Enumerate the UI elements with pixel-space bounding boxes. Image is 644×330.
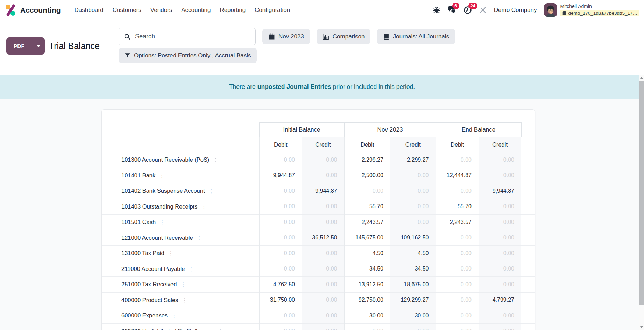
period-credit-value: 2,299.27 bbox=[390, 152, 436, 168]
period-debit-value: 30.00 bbox=[344, 308, 390, 324]
filter-funnel-icon bbox=[125, 52, 130, 58]
row-padding-cell bbox=[521, 261, 535, 277]
database-badge: demo_170_1d3a77be3dd5_17… bbox=[560, 10, 639, 16]
unposted-entries-link[interactable]: unposted Journal Entries bbox=[257, 83, 331, 91]
menu-accounting[interactable]: Accounting bbox=[177, 3, 215, 17]
period-debit-value: 2,243.57 bbox=[344, 215, 390, 230]
messages-chat-icon[interactable]: 6 bbox=[447, 6, 457, 14]
breadcrumb: PDF Trial Balance bbox=[6, 37, 100, 55]
kebab-menu-icon[interactable]: ⋮ bbox=[159, 173, 164, 178]
period-credit-value: 34.50 bbox=[390, 261, 436, 277]
options-filter-button[interactable]: Options: Posted Entries Only , Accrual B… bbox=[119, 48, 257, 63]
accounting-app-icon bbox=[5, 4, 17, 16]
account-name: 101300 Account Receivable (PoS) bbox=[121, 156, 209, 163]
end-debit-value: 0.00 bbox=[436, 292, 479, 308]
scroll-up-arrow[interactable] bbox=[639, 75, 644, 80]
end-credit-value: 0.00 bbox=[479, 168, 521, 183]
comparison-filter-button[interactable]: Comparison bbox=[317, 29, 371, 44]
kebab-menu-icon[interactable]: ⋮ bbox=[213, 157, 218, 163]
search-input[interactable] bbox=[134, 33, 250, 41]
kebab-menu-icon[interactable]: ⋮ bbox=[189, 266, 194, 272]
support-tools-icon[interactable] bbox=[479, 6, 487, 14]
end-debit-value: 0.00 bbox=[436, 323, 479, 330]
initial-debit-value: 0.00 bbox=[259, 230, 302, 246]
debug-bug-icon[interactable] bbox=[433, 6, 440, 14]
initial-credit-value: 0.00 bbox=[302, 261, 344, 277]
kebab-menu-icon[interactable]: ⋮ bbox=[218, 328, 223, 330]
menu-reporting[interactable]: Reporting bbox=[215, 3, 250, 17]
journal-book-icon bbox=[383, 33, 389, 40]
account-cell[interactable]: 131000 Tax Paid⋮ bbox=[102, 246, 259, 261]
account-cell[interactable]: 101403 Outstanding Receipts⋮ bbox=[102, 199, 259, 215]
top-navbar: Accounting Dashboard Customers Vendors A… bbox=[0, 0, 644, 20]
user-meta: Mitchell Admin demo_170_1d3a77be3dd5_17… bbox=[560, 4, 639, 16]
table-row: 600000 Expenses⋮ 0.00 0.00 30.00 30.00 0… bbox=[102, 308, 535, 324]
initial-debit-value: 4,762.50 bbox=[259, 277, 302, 293]
account-cell[interactable]: 211000 Account Payable⋮ bbox=[102, 261, 259, 277]
account-cell[interactable]: 600000 Expenses⋮ bbox=[102, 308, 259, 324]
table-row: 999999 Undistributed Profits/Losses⋮ 0.0… bbox=[102, 323, 535, 330]
trial-balance-card: Initial Balance Nov 2023 End Balance Deb… bbox=[101, 109, 535, 330]
pdf-dropdown-toggle[interactable] bbox=[32, 37, 45, 55]
period-debit-value: 55.70 bbox=[344, 199, 390, 215]
journals-filter-label: Journals: All Journals bbox=[393, 33, 449, 40]
account-name: 600000 Expenses bbox=[121, 312, 168, 318]
subheader-credit: Credit bbox=[302, 137, 344, 152]
app-brand[interactable]: Accounting bbox=[5, 4, 61, 16]
account-cell[interactable]: 121000 Account Receivable⋮ bbox=[102, 230, 259, 246]
end-debit-value: 0.00 bbox=[436, 261, 479, 277]
kebab-menu-icon[interactable]: ⋮ bbox=[201, 204, 206, 210]
menu-vendors[interactable]: Vendors bbox=[146, 3, 177, 17]
database-name: demo_170_1d3a77be3dd5_17… bbox=[568, 10, 637, 16]
account-cell[interactable]: 251000 Tax Received⋮ bbox=[102, 277, 259, 293]
account-name: 101403 Outstanding Receipts bbox=[121, 203, 197, 210]
end-credit-value: 0.00 bbox=[479, 199, 521, 215]
account-name: 121000 Account Receivable bbox=[121, 234, 193, 241]
account-cell[interactable]: 400000 Product Sales⋮ bbox=[102, 292, 259, 308]
period-debit-value: 2,500.00 bbox=[344, 168, 390, 183]
initial-credit-value: 0.00 bbox=[302, 246, 344, 261]
pdf-button[interactable]: PDF bbox=[6, 37, 32, 55]
account-name: 131000 Tax Paid bbox=[121, 250, 164, 256]
period-credit-value: 109,162.50 bbox=[390, 230, 436, 246]
pdf-split-button: PDF bbox=[6, 37, 45, 55]
menu-dashboard[interactable]: Dashboard bbox=[70, 3, 108, 17]
account-cell[interactable]: 999999 Undistributed Profits/Losses⋮ bbox=[102, 323, 259, 330]
menu-customers[interactable]: Customers bbox=[108, 3, 146, 17]
kebab-menu-icon[interactable]: ⋮ bbox=[197, 235, 202, 241]
activities-clock-icon[interactable]: 24 bbox=[463, 6, 472, 14]
user-menu[interactable]: Mitchell Admin demo_170_1d3a77be3dd5_17… bbox=[544, 3, 639, 17]
kebab-menu-icon[interactable]: ⋮ bbox=[171, 313, 177, 318]
control-panel: PDF Trial Balance Nov 2023 bbox=[0, 20, 644, 75]
kebab-menu-icon[interactable]: ⋮ bbox=[182, 297, 187, 303]
account-cell[interactable]: 101402 Bank Suspense Account⋮ bbox=[102, 183, 259, 199]
account-cell[interactable]: 101300 Account Receivable (PoS)⋮ bbox=[102, 152, 259, 168]
period-debit-value: 4.50 bbox=[344, 246, 390, 261]
initial-credit-value: 36,512.50 bbox=[302, 230, 344, 246]
kebab-menu-icon[interactable]: ⋮ bbox=[168, 250, 174, 256]
initial-credit-value: 0.00 bbox=[302, 199, 344, 215]
initial-debit-value: 31,750.00 bbox=[259, 292, 302, 308]
initial-debit-value: 0.00 bbox=[259, 261, 302, 277]
company-switcher[interactable]: Demo Company bbox=[494, 7, 537, 14]
account-name: 400000 Product Sales bbox=[121, 297, 178, 303]
scroll-down-arrow[interactable] bbox=[639, 324, 644, 330]
kebab-menu-icon[interactable]: ⋮ bbox=[209, 188, 214, 194]
account-cell[interactable]: 101501 Cash⋮ bbox=[102, 215, 259, 230]
period-credit-value: 0.00 bbox=[390, 199, 436, 215]
table-row: 101403 Outstanding Receipts⋮ 0.00 0.00 5… bbox=[102, 199, 535, 215]
scrollbar-thumb[interactable] bbox=[639, 81, 644, 305]
kebab-menu-icon[interactable]: ⋮ bbox=[160, 219, 165, 225]
subheader-row: Debit Credit Debit Credit Debit Credit bbox=[102, 137, 535, 152]
journals-filter-button[interactable]: Journals: All Journals bbox=[377, 29, 455, 44]
account-cell[interactable]: 101401 Bank⋮ bbox=[102, 168, 259, 183]
menu-configuration[interactable]: Configuration bbox=[250, 3, 295, 17]
row-padding-cell bbox=[521, 215, 535, 230]
group-header-initial-balance: Initial Balance bbox=[259, 123, 344, 137]
kebab-menu-icon[interactable]: ⋮ bbox=[181, 281, 186, 287]
vertical-scrollbar[interactable] bbox=[639, 75, 644, 330]
row-padding-cell bbox=[521, 230, 535, 246]
date-filter-button[interactable]: Nov 2023 bbox=[262, 29, 310, 44]
group-header-end-balance: End Balance bbox=[436, 123, 521, 137]
group-header-nov-2023: Nov 2023 bbox=[344, 123, 436, 137]
